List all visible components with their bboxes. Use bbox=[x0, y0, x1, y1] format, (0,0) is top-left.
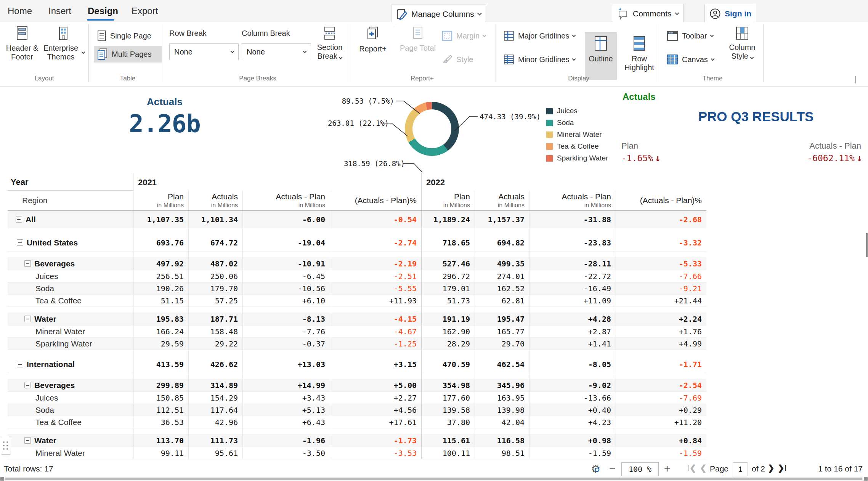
zoom-level-input[interactable]: 100 % bbox=[621, 462, 659, 476]
ribbon-separator bbox=[164, 24, 164, 82]
value-cell: -1.59 bbox=[529, 447, 616, 459]
value-cell: 299.89 bbox=[133, 379, 188, 391]
multi-pages-button[interactable]: Multi Pages bbox=[94, 46, 162, 63]
collapse-icon[interactable] bbox=[24, 437, 31, 444]
next-page-button[interactable]: ❯ bbox=[768, 463, 775, 473]
comments-button[interactable]: Comments bbox=[612, 4, 683, 24]
value-cell: +6.10 bbox=[242, 295, 330, 306]
table-row[interactable]: Beverages497.92487.02-10.91-2.19527.4649… bbox=[8, 257, 706, 270]
minor-gridlines-button[interactable]: Minor Gridlines bbox=[503, 51, 575, 68]
year-column-header[interactable]: 2022 bbox=[421, 173, 706, 191]
value-cell: 158.48 bbox=[188, 325, 242, 337]
legend-item[interactable]: Sparkling Water bbox=[546, 154, 608, 162]
scrollbar-right-cap[interactable] bbox=[864, 477, 868, 481]
person-icon bbox=[709, 8, 721, 19]
vertical-scrollbar-thumb[interactable] bbox=[866, 233, 868, 257]
table-row[interactable]: All1,107.351,101.34-6.00-0.541,189.241,1… bbox=[8, 211, 706, 228]
single-page-button[interactable]: Single Page bbox=[97, 27, 151, 44]
tab-export[interactable]: Export bbox=[132, 0, 158, 22]
table-row[interactable]: Soda190.26179.70-10.56-5.55179.01162.52-… bbox=[8, 282, 706, 295]
outline-button[interactable]: Outline bbox=[585, 32, 617, 80]
comments-label: Comments bbox=[633, 9, 672, 18]
toolbar-theme-label: Toolbar bbox=[682, 32, 707, 40]
value-cell: +0.29 bbox=[616, 404, 706, 416]
toolbar-theme-button[interactable]: Toolbar bbox=[666, 27, 713, 44]
collapse-icon[interactable] bbox=[16, 216, 22, 223]
value-cell: 527.46 bbox=[421, 257, 475, 270]
measure-column-header[interactable]: Actualsin Millions bbox=[475, 191, 529, 210]
last-page-button[interactable]: ❯ bbox=[778, 463, 786, 473]
measure-column-header[interactable]: Planin Millions bbox=[133, 191, 188, 210]
report-plus-label: Report+ bbox=[359, 45, 387, 53]
measure-column-header[interactable]: Actuals - Planin Millions bbox=[529, 191, 616, 210]
collapse-icon[interactable] bbox=[17, 361, 23, 367]
scrollbar-left-cap[interactable] bbox=[0, 477, 4, 481]
row-highlight-button[interactable]: Row Highlight bbox=[621, 32, 658, 72]
horizontal-scrollbar[interactable] bbox=[0, 476, 868, 481]
table-row[interactable]: Tea & Coffee51.1557.25+6.10+11.9351.7362… bbox=[8, 295, 706, 307]
section-break-button[interactable]: Section Break bbox=[313, 23, 347, 61]
zoom-out-button[interactable]: − bbox=[609, 463, 615, 475]
collapse-icon[interactable] bbox=[24, 316, 31, 322]
legend-item[interactable]: Mineral Water bbox=[546, 130, 608, 139]
gear-icon[interactable]: ⚙ bbox=[591, 463, 600, 475]
table-row[interactable]: Mineral Water99.1195.61-3.50-3.53100.119… bbox=[8, 447, 706, 459]
enterprise-themes-button[interactable]: Enterprise Themes bbox=[42, 23, 85, 61]
row-label: United States bbox=[27, 238, 78, 247]
previous-page-button[interactable]: ❮ bbox=[700, 463, 707, 473]
table-row[interactable]: Water195.83187.71-8.13-4.15191.19195.47+… bbox=[8, 313, 706, 325]
page-total-button[interactable]: Page Total bbox=[400, 23, 436, 53]
row-break-select[interactable]: None bbox=[169, 43, 239, 60]
collapse-icon[interactable] bbox=[17, 239, 23, 246]
measure-column-header[interactable]: Actualsin Millions bbox=[188, 191, 242, 210]
legend-item[interactable]: Tea & Coffee bbox=[546, 142, 608, 151]
zoom-in-button[interactable]: + bbox=[664, 463, 670, 475]
margin-button[interactable]: Margin bbox=[441, 27, 486, 44]
drag-handle[interactable] bbox=[1, 437, 11, 455]
scrollbar-thumb[interactable] bbox=[5, 478, 862, 480]
legend-item[interactable]: Soda bbox=[546, 119, 608, 127]
table-spacer-row bbox=[8, 307, 706, 313]
legend-item[interactable]: Juices bbox=[546, 107, 608, 115]
group-label-layout: Layout bbox=[0, 75, 88, 82]
value-cell: 95.61 bbox=[188, 447, 242, 459]
major-gridlines-button[interactable]: Major Gridlines bbox=[503, 27, 575, 44]
group-label-theme: Theme bbox=[662, 75, 763, 82]
page-number-input[interactable]: 1 bbox=[733, 462, 748, 476]
measure-column-header[interactable]: Planin Millions bbox=[421, 191, 475, 210]
year-column-header[interactable]: 2021 bbox=[133, 173, 421, 191]
report-plus-button[interactable]: Report+ bbox=[354, 23, 392, 53]
collapse-icon[interactable] bbox=[24, 260, 31, 267]
table-row[interactable]: Tea & Coffee36.5342.96+6.43+17.6137.8042… bbox=[8, 416, 706, 428]
table-row[interactable]: Juices150.85154.29+3.43+2.27177.60163.95… bbox=[8, 392, 706, 404]
measure-column-header[interactable]: (Actuals - Plan)% bbox=[616, 191, 706, 210]
table-row[interactable]: Juices256.51250.06-6.45-2.51296.72274.01… bbox=[8, 270, 706, 282]
ribbon-collapse-button[interactable] bbox=[855, 76, 856, 83]
table-row[interactable]: Soda112.51117.64+5.13+4.56139.58139.98+0… bbox=[8, 404, 706, 416]
table-row[interactable]: Water113.70111.73-1.96-1.73115.61116.58+… bbox=[8, 434, 706, 447]
tab-insert[interactable]: Insert bbox=[48, 0, 71, 22]
header-footer-button[interactable]: Header & Footer bbox=[4, 23, 40, 61]
measure-column-header[interactable]: (Actuals - Plan)% bbox=[330, 191, 421, 210]
sign-in-button[interactable]: Sign in bbox=[704, 4, 756, 24]
style-button[interactable]: Style bbox=[441, 51, 473, 68]
row-label: Soda bbox=[35, 284, 54, 293]
tab-home[interactable]: Home bbox=[8, 0, 32, 22]
value-cell: 57.25 bbox=[188, 295, 242, 306]
table-row[interactable]: International413.59426.62+13.03+3.15470.… bbox=[8, 356, 706, 373]
table-row[interactable]: Beverages299.89314.89+14.99+5.00354.9834… bbox=[8, 379, 706, 392]
table-row[interactable]: United States693.76674.72-19.04-2.74718.… bbox=[8, 234, 706, 252]
first-page-button[interactable]: ❮ bbox=[688, 463, 696, 473]
measure-column-header[interactable]: Actuals - Planin Millions bbox=[242, 191, 330, 210]
canvas-theme-button[interactable]: Canvas bbox=[666, 51, 714, 68]
value-cell: -10.91 bbox=[242, 257, 330, 270]
column-break-select[interactable]: None bbox=[242, 43, 311, 60]
column-style-button[interactable]: Column Style bbox=[722, 23, 762, 61]
collapse-icon[interactable] bbox=[24, 382, 31, 388]
manage-columns-button[interactable]: Manage Columns bbox=[391, 5, 486, 24]
table-row[interactable]: Sparkling Water29.5929.22-0.37-1.2528.29… bbox=[8, 338, 706, 350]
value-cell: -6.45 bbox=[242, 270, 330, 282]
table-row[interactable]: Mineral Water166.24158.48-7.76-4.67162.9… bbox=[8, 325, 706, 338]
value-cell: 165.77 bbox=[475, 325, 529, 337]
value-cell: +3.43 bbox=[242, 392, 330, 404]
